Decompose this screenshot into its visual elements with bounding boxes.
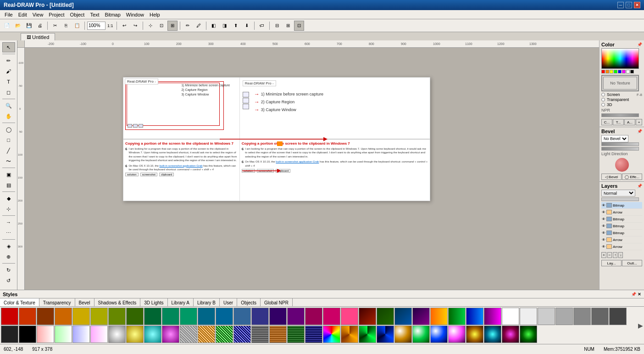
- style-swatch-13[interactable]: [233, 308, 251, 325]
- styles-pin[interactable]: 📌 ✕: [631, 292, 641, 297]
- minimize-button[interactable]: ─: [617, 2, 624, 8]
- style-swatch-39[interactable]: [72, 326, 90, 343]
- zoom-tool[interactable]: 🔍: [2, 101, 15, 111]
- style-swatch-2[interactable]: [37, 308, 54, 325]
- style-swatch-60[interactable]: [448, 326, 466, 343]
- style-swatch-15[interactable]: [269, 308, 287, 325]
- rotate-ccw[interactable]: ↺: [2, 275, 15, 286]
- blend-mode-select[interactable]: Normal Multiply Screen Overlay: [601, 190, 635, 197]
- layers-opacity-bar[interactable]: [601, 197, 639, 201]
- style-swatch-3[interactable]: [55, 308, 72, 325]
- c-white[interactable]: [626, 70, 630, 73]
- c-orange[interactable]: [605, 70, 609, 73]
- tab-layers[interactable]: Lay...: [601, 260, 622, 266]
- rotate-cw[interactable]: ↻: [2, 265, 15, 275]
- style-swatch-41[interactable]: [108, 326, 126, 343]
- view-buttons[interactable]: ⊟: [272, 21, 282, 31]
- style-swatch-63[interactable]: [502, 326, 519, 343]
- style-swatch-30[interactable]: [538, 308, 555, 325]
- tab-alpha[interactable]: A...: [624, 119, 635, 125]
- style-swatch-54[interactable]: [341, 326, 358, 343]
- eyedropper-button[interactable]: 🖉: [194, 21, 204, 31]
- c-yellow[interactable]: [610, 70, 613, 73]
- menu-project[interactable]: Project: [46, 11, 67, 18]
- tag-screenshot[interactable]: screenshot: [140, 173, 157, 176]
- pan-tool[interactable]: ✋: [2, 111, 15, 121]
- style-swatch-9[interactable]: [162, 308, 179, 325]
- style-swatch-56[interactable]: [377, 326, 394, 343]
- undo-button[interactable]: ↩: [119, 21, 129, 31]
- style-swatch-29[interactable]: [520, 308, 537, 325]
- document-tab[interactable]: 🖼 Untitled: [21, 33, 55, 40]
- tag-clipboard[interactable]: clipboard: [159, 173, 174, 176]
- style-swatch-64[interactable]: [520, 326, 537, 343]
- tab-library-a[interactable]: Library A: [168, 298, 194, 307]
- tab-objects[interactable]: Objects: [237, 298, 261, 307]
- c-blue[interactable]: [618, 70, 622, 73]
- menu-help[interactable]: Help: [147, 11, 163, 18]
- style-swatch-37[interactable]: [37, 326, 54, 343]
- style-swatch-50[interactable]: [269, 326, 287, 343]
- text-tool[interactable]: T: [2, 77, 15, 87]
- no-texture-box[interactable]: No Texture: [601, 75, 639, 91]
- cut-button[interactable]: ✂: [50, 21, 60, 31]
- connector-tool[interactable]: ⋯: [2, 228, 15, 238]
- style-swatch-17[interactable]: [305, 308, 322, 325]
- line-tool[interactable]: ╱: [2, 146, 15, 156]
- brush-tool[interactable]: 🖌: [2, 66, 15, 76]
- view-fit[interactable]: ⊞: [283, 21, 293, 31]
- layer-item-5[interactable]: 👁 Arrow: [601, 236, 642, 243]
- view-3[interactable]: ⊡: [294, 21, 304, 31]
- menu-window[interactable]: Window: [123, 11, 147, 18]
- style-swatch-24[interactable]: [430, 308, 448, 325]
- style-swatch-35[interactable]: [1, 326, 18, 343]
- style-swatch-31[interactable]: [555, 308, 573, 325]
- style-swatch-58[interactable]: [412, 326, 430, 343]
- style-swatch-43[interactable]: [144, 326, 161, 343]
- shape-tool[interactable]: ◯: [2, 124, 15, 135]
- menu-view[interactable]: View: [30, 11, 46, 18]
- bevel-panel-pin[interactable]: 📌: [637, 129, 642, 134]
- bevel-slider-1[interactable]: [601, 142, 639, 146]
- align-bottom-button[interactable]: ⬇: [242, 21, 252, 31]
- style-swatch-19[interactable]: [341, 308, 358, 325]
- close-button[interactable]: ✕: [634, 2, 640, 8]
- export-button[interactable]: 🏷: [257, 21, 267, 31]
- style-swatch-23[interactable]: [412, 308, 430, 325]
- transparent-radio[interactable]: [601, 98, 605, 101]
- bezier-tool[interactable]: 〜: [2, 156, 15, 166]
- layer-item-3[interactable]: 👁 Bitmap: [601, 223, 642, 230]
- layer-add-button[interactable]: +: [601, 252, 606, 258]
- layer-down-button[interactable]: ↓: [618, 252, 623, 258]
- tab-extra[interactable]: +: [636, 119, 642, 125]
- color-panel-pin[interactable]: 📌: [637, 42, 642, 47]
- style-swatch-59[interactable]: [430, 326, 448, 343]
- style-swatch-45[interactable]: [180, 326, 197, 343]
- menu-file[interactable]: File: [2, 11, 16, 18]
- canvas-area[interactable]: -200 -100 0 100 200 300 400 500 600 700 …: [17, 40, 599, 290]
- style-swatch-61[interactable]: [466, 326, 483, 343]
- copy-button[interactable]: ⎘: [61, 21, 71, 31]
- rect-tool[interactable]: □: [2, 135, 15, 145]
- select-button[interactable]: ⊹: [145, 21, 155, 31]
- layer-item-2[interactable]: 👁 Bitmap: [601, 216, 642, 223]
- paste-button[interactable]: 📋: [72, 21, 82, 31]
- style-swatch-32[interactable]: [573, 308, 591, 325]
- style-swatch-0[interactable]: [1, 308, 18, 325]
- menu-edit[interactable]: Edit: [16, 11, 30, 18]
- color-gradient-bar[interactable]: [601, 48, 639, 69]
- style-swatch-27[interactable]: [484, 308, 501, 325]
- arrow-tool[interactable]: →: [2, 217, 15, 227]
- node-tool[interactable]: ◆: [2, 193, 15, 203]
- style-swatch-10[interactable]: [180, 308, 197, 325]
- style-swatch-5[interactable]: [90, 308, 108, 325]
- swatch-scroll-right[interactable]: ▶: [638, 322, 643, 329]
- c-magenta[interactable]: [622, 70, 626, 73]
- style-swatch-47[interactable]: [216, 326, 233, 343]
- maximize-button[interactable]: □: [626, 2, 632, 8]
- 3d-radio[interactable]: [601, 103, 605, 107]
- style-swatch-38[interactable]: [55, 326, 72, 343]
- zoom-input[interactable]: [87, 22, 105, 30]
- style-swatch-49[interactable]: [251, 326, 269, 343]
- align-top-button[interactable]: ⬆: [231, 21, 241, 31]
